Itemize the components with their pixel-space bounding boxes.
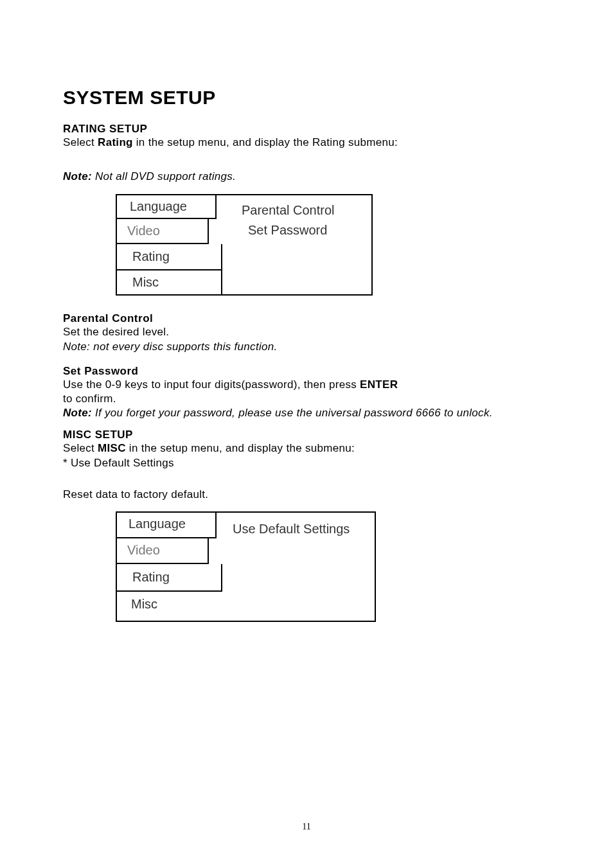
tab-rating: Rating	[117, 564, 222, 592]
note-text: If you forget your password, please use …	[92, 407, 493, 419]
note-label: Note:	[63, 170, 92, 182]
submenu-parental-control: Parental Control	[242, 200, 365, 220]
tab-video: Video	[117, 538, 209, 564]
misc-setup-line1: Select MISC in the setup menu, and displ…	[63, 441, 550, 456]
tab-misc: Misc	[117, 592, 222, 622]
rating-menu-box: Language Video Rating Misc Parental Cont…	[116, 194, 373, 296]
note-text: Not all DVD support ratings.	[92, 170, 236, 182]
text-span: Use the 0-9 keys to input four digits(pa…	[63, 378, 360, 391]
rating-setup-heading: RATING SETUP	[63, 123, 550, 136]
page-title: SYSTEM SETUP	[63, 87, 550, 109]
set-password-note: Note: If you forget your password, pleas…	[63, 406, 550, 420]
submenu-use-default: Use Default Settings	[233, 522, 350, 536]
text-span: Select	[63, 442, 98, 454]
note-dvd-ratings: Note: Not all DVD support ratings.	[63, 170, 550, 184]
tab-language: Language	[117, 195, 217, 219]
parental-control-section: Parental Control Set the desired level. …	[63, 312, 550, 355]
text-span: in the setup menu, and display the subme…	[126, 442, 355, 454]
set-password-section: Set Password Use the 0-9 keys to input f…	[63, 365, 550, 420]
rating-setup-section: RATING SETUP Select Rating in the setup …	[63, 123, 550, 150]
tab-misc: Misc	[117, 270, 222, 294]
rating-bold: Rating	[98, 136, 133, 148]
text-span: in the setup menu, and display the Ratin…	[133, 136, 398, 148]
page-number: 11	[0, 822, 613, 832]
misc-menu-box: Language Video Rating Misc Use Default S…	[116, 511, 376, 622]
tab-video: Video	[117, 219, 209, 244]
menu-tabs-left: Language Video Rating Misc	[117, 195, 222, 294]
tab-language: Language	[117, 513, 217, 538]
misc-setup-section: MISC SETUP Select MISC in the setup menu…	[63, 429, 550, 471]
tab-rating: Rating	[117, 244, 222, 270]
misc-bold: MISC	[98, 442, 126, 454]
misc-setup-heading: MISC SETUP	[63, 429, 550, 441]
misc-setup-line2: * Use Default Settings	[63, 456, 550, 471]
submenu-set-password: Set Password	[242, 220, 365, 240]
menu-content-right: Parental Control Set Password	[222, 195, 371, 294]
parental-control-line1: Set the desired level.	[63, 325, 550, 340]
rating-setup-instruction: Select Rating in the setup menu, and dis…	[63, 136, 550, 150]
text-span: Select	[63, 136, 98, 148]
set-password-line1: Use the 0-9 keys to input four digits(pa…	[63, 378, 550, 392]
enter-bold: ENTER	[360, 378, 398, 391]
parental-control-note: Note: not every disc supports this funct…	[63, 340, 550, 355]
set-password-heading: Set Password	[63, 365, 550, 378]
reset-factory-text: Reset data to factory default.	[63, 488, 550, 502]
parental-control-heading: Parental Control	[63, 312, 550, 325]
set-password-line2: to confirm.	[63, 392, 550, 406]
note-label: Note:	[63, 407, 92, 419]
